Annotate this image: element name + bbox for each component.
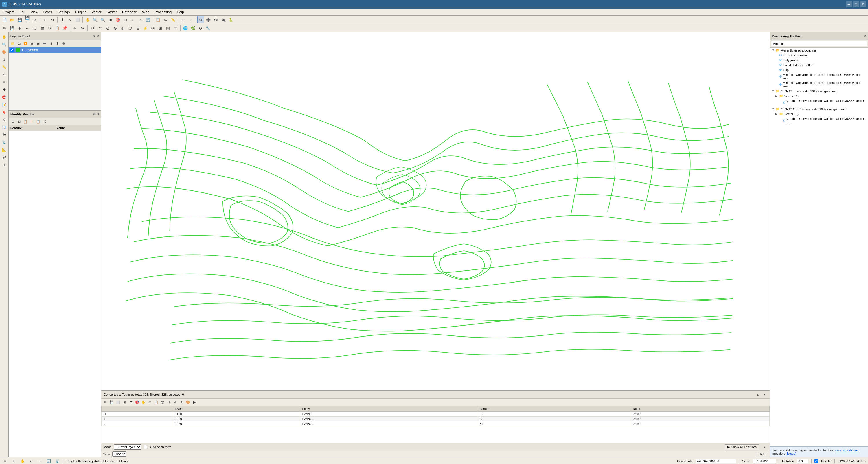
grass-vector-group[interactable]: ▶ 📁 Vector (.*) bbox=[770, 93, 868, 98]
manage-layers-button[interactable]: 🗂 bbox=[16, 40, 22, 46]
close-info-link[interactable]: [close] bbox=[787, 452, 796, 455]
snapping-tool[interactable]: 🧲 bbox=[1, 94, 8, 101]
delete-selected-button[interactable]: 🗑 bbox=[39, 25, 46, 32]
table-row[interactable]: 1 1220 LWPO... 83 NULL bbox=[101, 416, 770, 422]
zoom-layer-button[interactable]: 🎯 bbox=[114, 16, 121, 23]
attributes-button[interactable]: 📋 bbox=[155, 16, 161, 23]
print-results-btn[interactable]: 🖨 bbox=[42, 119, 48, 124]
new-field-btn[interactable]: +F bbox=[166, 399, 172, 405]
layer-style-tool[interactable]: 🎨 bbox=[1, 49, 8, 56]
zoom-next-button[interactable]: ▷ bbox=[137, 16, 144, 23]
map-canvas[interactable] bbox=[101, 32, 770, 390]
menu-edit[interactable]: Edit bbox=[17, 9, 28, 15]
grass-commands-group[interactable]: ▼ 📁 GRASS commands [161 geoalgorithms] bbox=[770, 89, 868, 93]
algo-fixed-distance[interactable]: ⚙ Fixed distance buffer bbox=[770, 62, 868, 67]
titlebar-controls[interactable]: ─ □ ✕ bbox=[846, 1, 866, 7]
menu-help[interactable]: Help bbox=[175, 9, 186, 15]
menu-settings[interactable]: Settings bbox=[55, 9, 72, 15]
attr-dock-btn[interactable]: ⊡ bbox=[756, 392, 761, 397]
copy-results-btn[interactable]: 📋 bbox=[35, 119, 41, 124]
delete-field-btn[interactable]: -F bbox=[173, 399, 178, 405]
add-raster-button[interactable]: 🗺 bbox=[212, 16, 219, 23]
enable-providers-link[interactable]: enable additional bbox=[835, 448, 859, 452]
maximize-button[interactable]: □ bbox=[853, 1, 859, 7]
remove-layer-button[interactable]: ➖ bbox=[42, 40, 48, 46]
invert-selection-btn[interactable]: ⇄ bbox=[128, 399, 134, 405]
panel-close-button[interactable]: ✕ bbox=[97, 34, 99, 38]
zoom-full-button[interactable]: ⊞ bbox=[107, 16, 114, 23]
zoom-to-selected-btn[interactable]: 🎯 bbox=[134, 399, 140, 405]
select-all-btn[interactable]: ⊞ bbox=[122, 399, 127, 405]
toggle-edit-attr-btn[interactable]: ✏ bbox=[102, 399, 108, 405]
expand-tree-btn[interactable]: ⊞ bbox=[10, 119, 16, 124]
mode-select[interactable]: Current layer bbox=[114, 444, 141, 450]
info-btn[interactable]: ℹ bbox=[762, 444, 767, 450]
new-project-button[interactable]: 📄 bbox=[1, 16, 8, 23]
merge-attributes-button[interactable]: ⋈ bbox=[164, 25, 171, 32]
recently-used-group[interactable]: ▼ 📂 Recently used algorithms bbox=[770, 48, 868, 53]
select-tool[interactable]: ↖ bbox=[1, 71, 8, 78]
layer-properties-btn[interactable]: ⚙ bbox=[61, 40, 66, 46]
menu-processing[interactable]: Processing bbox=[152, 9, 174, 15]
geo-referencer-tool[interactable]: 📐 bbox=[1, 146, 8, 153]
help-button[interactable]: Help bbox=[756, 452, 768, 457]
identify-options-btn[interactable]: ⚙ bbox=[93, 113, 96, 116]
algo-clip[interactable]: ⚙ Clip bbox=[770, 67, 868, 72]
ftools-button[interactable]: 🔧 bbox=[205, 25, 212, 32]
zoom-in-tool[interactable]: 🔍 bbox=[1, 41, 8, 48]
algo-bbbb-processor[interactable]: ⚙ BBBB_Processor bbox=[770, 53, 868, 58]
menu-project[interactable]: Project bbox=[1, 9, 17, 15]
panel-options-button[interactable]: ⚙ bbox=[93, 34, 96, 38]
algo-polygonize[interactable]: ⚙ Polygonize bbox=[770, 58, 868, 62]
reshape-button[interactable]: ⎔ bbox=[127, 25, 134, 32]
menu-plugins[interactable]: Plugins bbox=[73, 9, 89, 15]
undo-status-btn[interactable]: ↩ bbox=[28, 458, 34, 464]
rotation-input[interactable] bbox=[797, 459, 808, 463]
field-tool[interactable]: ⊞ bbox=[1, 162, 8, 169]
offset-button[interactable]: ⊟ bbox=[134, 25, 141, 32]
add-feature-button[interactable]: ✚ bbox=[16, 25, 23, 32]
deselect-button[interactable]: ⬜ bbox=[74, 16, 81, 23]
zoom-in-button[interactable]: 🔍 bbox=[92, 16, 99, 23]
paste-features-button[interactable]: 📌 bbox=[61, 25, 68, 32]
add-wms-button[interactable]: 🌐 bbox=[182, 25, 189, 32]
collapse-all-button[interactable]: ⊟ bbox=[35, 40, 41, 46]
algo-vindxf-1[interactable]: ⚙ v.in.dxf - Converts files in DXF forma… bbox=[770, 72, 868, 81]
actions-btn[interactable]: ▶ bbox=[191, 399, 197, 405]
gps-status-btn[interactable]: 📡 bbox=[54, 458, 60, 464]
split-parts-button[interactable]: ⚯ bbox=[149, 25, 156, 32]
identify-tool[interactable]: ℹ bbox=[1, 56, 8, 63]
statistics-tool[interactable]: 📊 bbox=[1, 124, 8, 131]
attr-table-content[interactable]: layer entity handle label 0 1120 LWPO...… bbox=[101, 406, 770, 443]
menu-layer[interactable]: Layer bbox=[41, 9, 54, 15]
undo-button[interactable]: ↩ bbox=[41, 16, 48, 23]
gps-tool[interactable]: 📡 bbox=[1, 139, 8, 146]
plugins-button[interactable]: 🔌 bbox=[220, 16, 227, 23]
select-button[interactable]: ↖ bbox=[66, 16, 73, 23]
toggle-edit-button[interactable]: ✏ bbox=[1, 25, 8, 32]
measure-button[interactable]: 📏 bbox=[169, 16, 177, 23]
deselect-all-btn[interactable]: ⬜ bbox=[115, 399, 121, 405]
add-part-button[interactable]: ⊕ bbox=[112, 25, 119, 32]
identify-button[interactable]: ℹ bbox=[59, 16, 66, 23]
menu-raster[interactable]: Raster bbox=[104, 9, 119, 15]
save-attr-btn[interactable]: 💾 bbox=[109, 399, 115, 405]
clear-results-btn[interactable]: ✕ bbox=[29, 119, 35, 124]
auto-open-form-checkbox[interactable] bbox=[144, 445, 147, 449]
grass7-commands-group[interactable]: ▼ 📁 GRASS GIS 7 commands [169 geoalgorit… bbox=[770, 107, 868, 111]
annotation-tool[interactable]: 📝 bbox=[1, 101, 8, 108]
python-button[interactable]: 🐍 bbox=[227, 16, 235, 23]
menu-database[interactable]: Database bbox=[120, 9, 139, 15]
conditional-formatting-btn[interactable]: 🎨 bbox=[185, 399, 191, 405]
move-down-button[interactable]: ⬇ bbox=[54, 40, 60, 46]
render-checkbox[interactable] bbox=[814, 459, 818, 463]
cut-features-button[interactable]: ✂ bbox=[46, 25, 53, 32]
menu-web[interactable]: Web bbox=[140, 9, 151, 15]
layer-properties-button[interactable]: ⚙ bbox=[197, 16, 204, 23]
add-feature-status-btn[interactable]: ✚ bbox=[11, 458, 17, 464]
simplify-button[interactable]: 〜 bbox=[97, 25, 103, 32]
table-row[interactable]: 2 1220 LWPO... 84 NULL bbox=[101, 422, 770, 426]
default-view-btn[interactable]: 📋 bbox=[23, 119, 28, 124]
node-tool-button[interactable]: ⬡ bbox=[31, 25, 38, 32]
menu-vector[interactable]: Vector bbox=[89, 9, 104, 15]
